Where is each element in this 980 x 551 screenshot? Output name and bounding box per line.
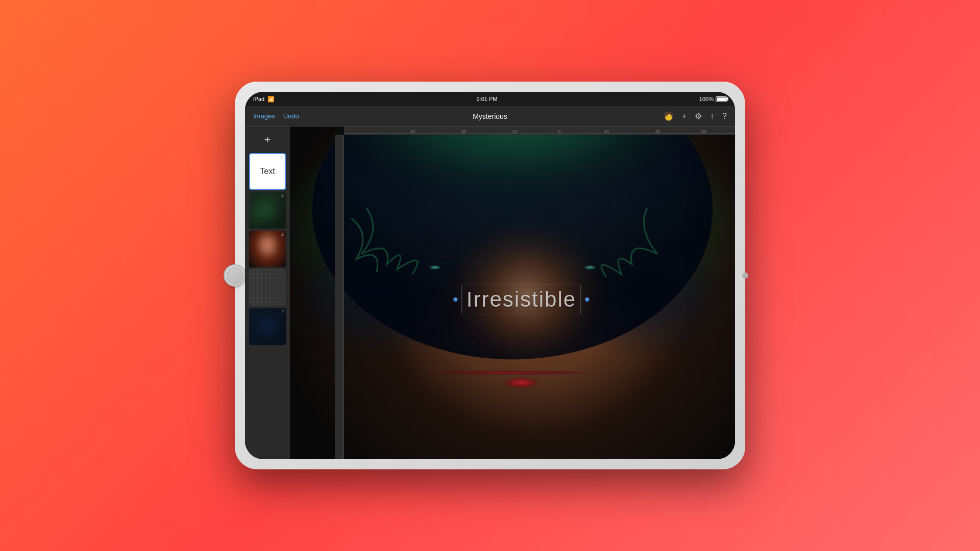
toolbar-center: Mysterious xyxy=(411,112,569,121)
battery-fill xyxy=(717,97,726,101)
home-button[interactable] xyxy=(224,264,246,287)
settings-icon[interactable]: ⚙ xyxy=(695,111,702,121)
svg-rect-10 xyxy=(335,135,344,459)
layer-text-label: Text xyxy=(260,167,275,176)
ipad-frame: iPad 📶 9:01 PM 100% Images Undo xyxy=(235,82,745,469)
svg-text:30: 30 xyxy=(410,129,415,134)
status-time: 9:01 PM xyxy=(476,96,497,102)
text-handle-right[interactable] xyxy=(585,297,589,302)
mask-icon[interactable]: 🧑 xyxy=(664,111,674,121)
layer-number-5: 2 xyxy=(281,309,284,314)
add-icon[interactable]: + xyxy=(682,112,687,121)
svg-point-17 xyxy=(459,353,583,392)
hair-thumbnail xyxy=(249,308,286,345)
layer-item-text[interactable]: Text 2 xyxy=(249,153,286,190)
grid-thumbnail xyxy=(249,269,286,306)
images-button[interactable]: Images xyxy=(253,112,275,120)
svg-point-16 xyxy=(544,256,615,283)
toolbar-right: 🧑 + ⚙ ↑ ? xyxy=(569,111,727,121)
home-button-inner xyxy=(227,267,243,284)
svg-text:10: 10 xyxy=(512,129,517,134)
feathers-thumbnail xyxy=(249,192,286,229)
ipad-screen: iPad 📶 9:01 PM 100% Images Undo xyxy=(245,92,735,459)
ruler-left xyxy=(335,135,344,459)
layer-number-2: 2 xyxy=(281,193,284,198)
text-overlay[interactable]: Irresistible xyxy=(454,285,589,314)
status-right: 100% xyxy=(699,96,727,102)
irresistible-text[interactable]: Irresistible xyxy=(467,287,576,311)
wifi-icon: 📶 xyxy=(267,96,275,103)
svg-text:20: 20 xyxy=(655,129,660,134)
main-content: + Text 2 2 2 xyxy=(245,127,735,459)
device-label: iPad xyxy=(253,96,264,102)
layer-item-hair[interactable]: 2 xyxy=(249,308,286,345)
text-handle-left[interactable] xyxy=(454,297,458,302)
layer-item-portrait[interactable]: 2 xyxy=(249,231,286,267)
status-left: iPad 📶 xyxy=(253,96,275,103)
layer-number-3: 2 xyxy=(281,232,284,237)
battery-percent: 100% xyxy=(699,96,714,102)
document-title: Mysterious xyxy=(473,112,507,120)
app-screen: iPad 📶 9:01 PM 100% Images Undo xyxy=(245,92,735,459)
undo-button[interactable]: Undo xyxy=(283,112,299,120)
side-button xyxy=(742,272,748,279)
layer-item-grid[interactable] xyxy=(249,269,286,306)
svg-text:20: 20 xyxy=(461,129,466,134)
app-toolbar: Images Undo Mysterious 🧑 + ⚙ ↑ ? xyxy=(245,106,735,127)
canvas-area[interactable]: 30 20 10 0 10 20 30 40 xyxy=(290,127,735,459)
svg-text:0: 0 xyxy=(558,129,561,134)
portrait-thumbnail xyxy=(249,231,286,267)
svg-text:30: 30 xyxy=(701,129,706,134)
svg-point-15 xyxy=(410,256,481,283)
status-bar: iPad 📶 9:01 PM 100% xyxy=(245,92,735,106)
battery-icon xyxy=(716,96,727,102)
layers-panel: + Text 2 2 2 xyxy=(245,127,290,459)
help-icon[interactable]: ? xyxy=(722,112,727,121)
toolbar-left: Images Undo xyxy=(253,112,411,120)
text-selection-box[interactable]: Irresistible xyxy=(462,285,581,314)
add-layer-button[interactable]: + xyxy=(258,131,277,149)
layer-number-1: 2 xyxy=(280,155,283,160)
svg-text:10: 10 xyxy=(604,129,609,134)
layer-item-feathers[interactable]: 2 xyxy=(249,192,286,229)
ruler-top: 30 20 10 0 10 20 30 40 xyxy=(344,127,735,135)
share-icon[interactable]: ↑ xyxy=(710,112,714,121)
